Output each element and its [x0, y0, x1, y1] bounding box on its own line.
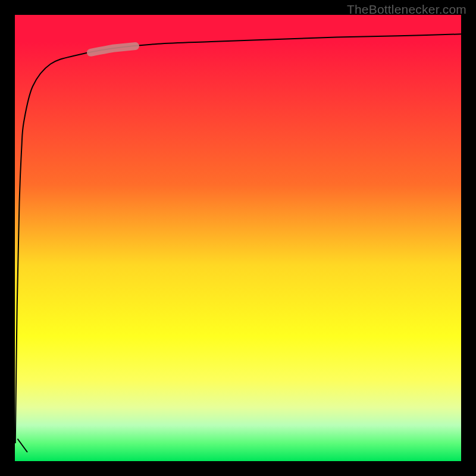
attribution-text: TheBottlenecker.com [347, 2, 466, 17]
plot-area [15, 15, 461, 461]
chart-frame: TheBottlenecker.com [0, 0, 476, 476]
